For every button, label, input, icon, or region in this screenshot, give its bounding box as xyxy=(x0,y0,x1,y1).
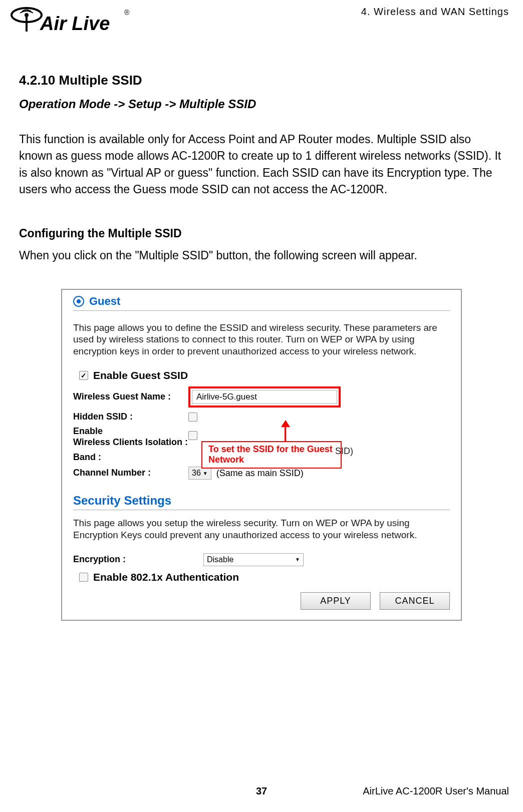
chevron-down-icon: ▼ xyxy=(203,471,208,476)
band-note-partial: SID) xyxy=(335,446,353,457)
chevron-down-icon: ▼ xyxy=(295,557,300,562)
sub-heading: Configuring the Multiple SSID xyxy=(19,227,504,240)
svg-point-2 xyxy=(25,13,29,17)
chapter-label: 4. Wireless and WAN Settings xyxy=(361,6,509,18)
svg-text:Air Live: Air Live xyxy=(40,13,110,34)
hidden-ssid-checkbox[interactable] xyxy=(188,413,197,422)
security-description: This page allows you setup the wireless … xyxy=(73,517,450,541)
security-settings-title: Security Settings xyxy=(73,494,450,508)
channel-value: 36 xyxy=(192,469,201,478)
channel-select[interactable]: 36 ▼ xyxy=(188,467,211,480)
isolation-checkbox[interactable] xyxy=(188,431,197,440)
breadcrumb: Operation Mode -> Setup -> Multiple SSID xyxy=(19,97,504,111)
encryption-label: Encryption : xyxy=(73,554,203,565)
target-icon xyxy=(73,296,84,307)
wireless-guest-name-input[interactable] xyxy=(192,390,337,404)
intro-paragraph: This function is available only for Acce… xyxy=(19,131,504,198)
band-label: Band : xyxy=(73,452,188,463)
annotation-arrow xyxy=(285,425,286,443)
isolation-label-line2: Wireless Clients Isolation : xyxy=(73,437,188,447)
section-title: 4.2.10 Multiple SSID xyxy=(19,73,504,88)
enable-guest-ssid-label: Enable Guest SSID xyxy=(93,369,188,381)
encryption-value: Disable xyxy=(207,555,233,564)
enable-guest-ssid-checkbox[interactable] xyxy=(79,371,88,380)
ssid-highlight xyxy=(188,386,341,408)
channel-note: (Same as main SSID) xyxy=(216,468,304,479)
isolation-label-line1: Enable xyxy=(73,426,103,436)
divider xyxy=(73,510,450,510)
page-number: 37 xyxy=(256,785,267,797)
config-screenshot: Guest This page allows you to define the… xyxy=(61,289,462,621)
cancel-button[interactable]: CANCEL xyxy=(380,592,450,610)
enable-8021x-label: Enable 802.1x Authentication xyxy=(93,571,239,583)
svg-text:®: ® xyxy=(124,9,130,17)
annotation-text: To set the SSID for the Guest Network xyxy=(208,444,335,466)
wireless-guest-name-label: Wireless Guest Name : xyxy=(73,391,188,402)
annotation-box: To set the SSID for the Guest Network xyxy=(201,441,342,469)
enable-8021x-checkbox[interactable] xyxy=(79,573,88,582)
encryption-select[interactable]: Disable ▼ xyxy=(203,553,304,566)
brand-logo: Air Live ® xyxy=(10,4,130,41)
hidden-ssid-label: Hidden SSID : xyxy=(73,412,188,423)
panel-description: This page allows you to define the ESSID… xyxy=(73,322,450,357)
sub-text: When you click on the "Multiple SSID" bu… xyxy=(19,247,504,263)
apply-button[interactable]: APPLY xyxy=(301,592,371,610)
isolation-label: Enable Wireless Clients Isolation : xyxy=(73,426,188,448)
manual-name: AirLive AC-1200R User's Manual xyxy=(363,785,509,797)
channel-label: Channel Number : xyxy=(73,468,188,479)
divider xyxy=(73,310,450,311)
panel-title: Guest xyxy=(89,295,120,308)
